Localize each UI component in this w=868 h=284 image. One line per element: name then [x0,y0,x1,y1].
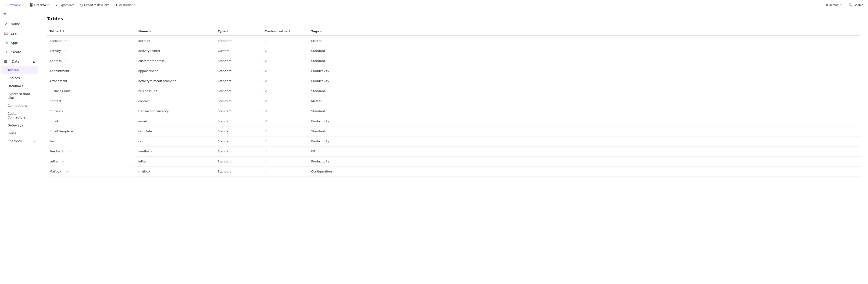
sidebar-sub-connections[interactable]: Connections [1,102,38,109]
sort-asc-icon: ↑ ↓ [60,30,65,33]
sidebar-sub-flows[interactable]: Flows [1,130,38,137]
row-ellipsis-button[interactable]: ··· [63,48,69,53]
cell-type: Standard [215,35,262,46]
table-row: Fax···faxStandard✓Productivity [47,136,861,146]
get-data-button[interactable]: 🗄 Get data ▾ [27,2,52,8]
sort-icon-type: ↓ [227,30,229,33]
cell-customizable: ✓ [262,126,308,136]
cell-type: Standard [215,66,262,76]
row-table-name: Letter [50,160,59,163]
default-button[interactable]: ≡ Default ▾ [824,2,844,8]
sidebar-sub-choices[interactable]: Choices [1,74,38,82]
row-ellipsis-button[interactable]: ··· [64,38,70,43]
cell-tags: KB [308,146,861,157]
hamburger-button[interactable]: ☰ [0,10,39,20]
sidebar-sub-export-data-lake[interactable]: Export to data lake [1,90,38,102]
cell-table: Activity··· [47,46,135,56]
search-button[interactable]: 🔍 Search [846,2,866,8]
cell-name: businessunit [135,86,215,96]
check-icon: ✓ [265,69,267,73]
check-icon: ✓ [265,130,267,133]
table-row: Account···accountStandard✓Master [47,35,861,46]
cell-type: Standard [215,116,262,126]
cell-name: appointment [135,66,215,76]
cell-tags: Productivity [308,76,861,86]
table-row: Contact···contactStandard✓Master [47,96,861,106]
search-icon: 🔍 [848,3,852,7]
row-table-name: Attachment [50,79,67,83]
col-header-table[interactable]: Table ↑ ↓ [47,27,135,35]
table-row: Feedback···feedbackStandard✓KB [47,146,861,157]
sort-icon-name: ↓ [149,30,151,33]
sidebar-item-home[interactable]: ⌂ Home [1,20,38,29]
col-header-customizable[interactable]: Customizable ↓ [262,27,308,35]
cell-type: Standard [215,166,262,176]
row-ellipsis-button[interactable]: ··· [64,58,70,63]
cell-tags: Standard [308,106,861,116]
col-header-type[interactable]: Type ↓ [215,27,262,35]
chevron-down-icon-chatbots: ▾ [33,140,35,143]
row-ellipsis-button[interactable]: ··· [60,118,66,124]
sidebar-sub-dataflows[interactable]: Dataflows [1,82,38,90]
sidebar-item-data[interactable]: ⊟ Data ▲ [1,57,38,66]
cell-table: Currency··· [47,106,135,116]
check-icon: ✓ [265,140,267,143]
row-ellipsis-button[interactable]: ··· [66,149,72,154]
table-body: Account···accountStandard✓MasterActivity… [47,35,861,176]
row-ellipsis-button[interactable]: ··· [65,109,72,114]
tables-grid: Table ↑ ↓ Name ↓ Type ↓ [47,27,861,177]
row-table-name: Address [50,59,62,63]
sidebar-item-create[interactable]: + Create [1,48,38,57]
row-table-name: Email Template [50,130,73,133]
table-row: Email Template···templateStandard✓Standa… [47,126,861,136]
sidebar-item-apps[interactable]: ⊞ Apps [1,38,38,47]
chevron-down-icon: ▾ [48,3,49,6]
cell-table: Email··· [47,116,135,126]
row-table-name: Mailbox [50,170,61,173]
create-icon: + [4,50,8,54]
cell-customizable: ✓ [262,157,308,166]
row-ellipsis-button[interactable]: ··· [63,98,70,104]
cell-name: transactioncurrency [135,106,215,116]
row-ellipsis-button[interactable]: ··· [69,78,76,83]
cell-type: Standard [215,157,262,166]
sidebar: ☰ ⌂ Home 📖 Learn ⊞ Apps + Create ⊟ Data … [0,10,39,284]
cell-customizable: ✓ [262,86,308,96]
row-ellipsis-button[interactable]: ··· [71,68,78,74]
database-icon: 🗄 [30,3,33,7]
data-section-left: ⊟ Data [4,59,20,63]
export-data-button[interactable]: ⇥ Export data [52,2,76,8]
new-table-button[interactable]: + New table [2,2,23,8]
cell-table: Email Template··· [47,126,135,136]
export-data-lake-button[interactable]: ◎ Export to data lake [78,2,112,8]
col-header-tags[interactable]: Tags ↓ [308,27,861,35]
sidebar-sub-custom-connectors[interactable]: Custom Connectors [1,110,38,121]
sidebar-sub-chatbots[interactable]: Chatbots ▾ [1,137,38,145]
row-ellipsis-button[interactable]: ··· [61,159,67,164]
cell-type: Standard [215,76,262,86]
cell-name: fax [135,136,215,146]
ai-builder-button[interactable]: ✦ AI Builder ▾ [113,2,137,8]
sort-icon-custom: ↓ [288,30,291,33]
cell-name: template [135,126,215,136]
sidebar-sub-tables[interactable]: Tables [1,66,38,74]
col-header-name[interactable]: Name ↓ [135,27,215,35]
row-table-name: Email [50,119,58,123]
table-row: Attachment···activitymimeattachmentStand… [47,76,861,86]
home-icon: ⌂ [4,22,8,26]
sidebar-sub-gateways[interactable]: Gateways [1,121,38,129]
cell-type: Custom [215,46,262,56]
sidebar-item-learn[interactable]: 📖 Learn [1,29,38,38]
table-row: Address···customeraddressStandard✓Standa… [47,56,861,66]
list-icon: ≡ [826,3,828,7]
cell-customizable: ✓ [262,136,308,146]
row-ellipsis-button[interactable]: ··· [57,139,63,144]
chevron-down-icon-ai: ▾ [134,3,135,6]
cell-tags: Standard [308,46,861,56]
row-ellipsis-button[interactable]: ··· [75,129,81,134]
cell-name: mailbox [135,166,215,176]
cell-customizable: ✓ [262,166,308,176]
row-ellipsis-button[interactable]: ··· [63,169,70,174]
cell-table: Appointment··· [47,66,135,76]
row-ellipsis-button[interactable]: ··· [72,88,79,93]
